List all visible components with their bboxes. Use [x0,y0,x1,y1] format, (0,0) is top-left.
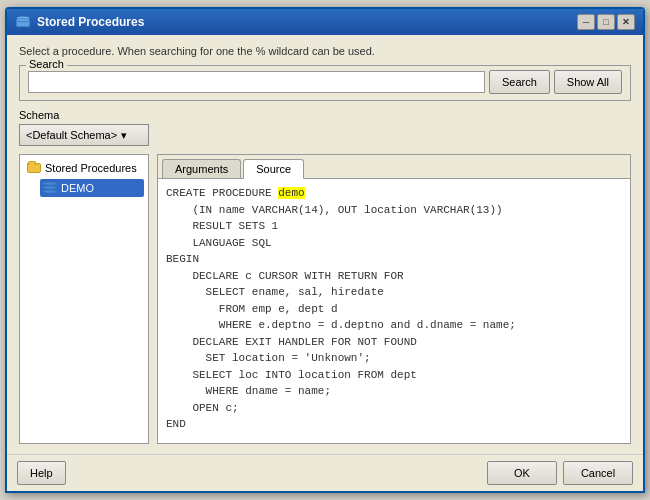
svg-point-2 [16,18,30,22]
window-controls: ─ □ ✕ [577,14,635,30]
close-button[interactable]: ✕ [617,14,635,30]
window-title: Stored Procedures [37,15,577,29]
window-icon [15,14,31,30]
tree-panel: Stored Procedures DEMO [19,154,149,444]
tree-root-label: Stored Procedures [45,162,137,174]
ok-button[interactable]: OK [487,461,557,485]
help-button[interactable]: Help [17,461,66,485]
search-row: Search Show All [28,70,622,94]
title-bar: Stored Procedures ─ □ ✕ [7,9,643,35]
main-area: Stored Procedures DEMO [19,154,631,444]
db-icon [42,181,58,195]
schema-value: <Default Schema> [26,129,117,141]
tab-arguments[interactable]: Arguments [162,159,241,178]
cancel-button[interactable]: Cancel [563,461,633,485]
tree-child-item[interactable]: DEMO [40,179,144,197]
window-body: Select a procedure. When searching for o… [7,35,643,454]
show-all-button[interactable]: Show All [554,70,622,94]
schema-section: Schema <Default Schema> ▾ [19,109,631,146]
minimize-button[interactable]: ─ [577,14,595,30]
footer-left: Help [17,461,487,485]
search-button[interactable]: Search [489,70,550,94]
schema-dropdown[interactable]: <Default Schema> ▾ [19,124,149,146]
tab-source[interactable]: Source [243,159,304,179]
highlighted-demo: demo [278,187,304,199]
footer: Help OK Cancel [7,454,643,491]
source-code-content: CREATE PROCEDURE demo (IN name VARCHAR(1… [158,179,630,443]
maximize-button[interactable]: □ [597,14,615,30]
search-label: Search [26,58,67,70]
search-input[interactable] [28,71,485,93]
search-fieldset: Search Search Show All [19,65,631,101]
folder-icon [26,161,42,175]
schema-label: Schema [19,109,631,121]
stored-procedures-dialog: Stored Procedures ─ □ ✕ Select a procedu… [5,7,645,493]
footer-right: OK Cancel [487,461,633,485]
tree-child-label: DEMO [61,182,94,194]
right-panel: Arguments Source CREATE PROCEDURE demo (… [157,154,631,444]
tree-root-item[interactable]: Stored Procedures [24,159,144,177]
description-text: Select a procedure. When searching for o… [19,45,631,57]
chevron-down-icon: ▾ [121,129,127,142]
tabs-row: Arguments Source [158,155,630,179]
